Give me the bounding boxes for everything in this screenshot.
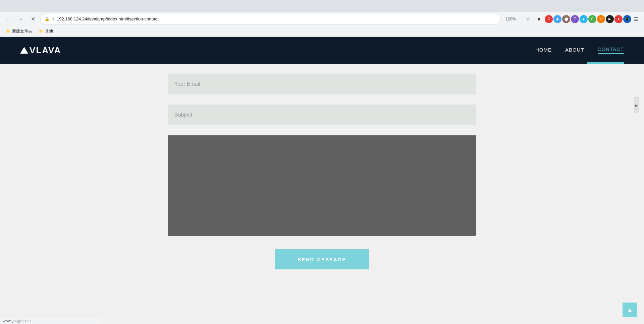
sidebar-handle[interactable]: ▶ [634,97,639,113]
security-icon: 🔒 [45,17,50,21]
scroll-top-icon: ▲ [627,306,633,314]
bookmarks-bar: 📁 新建文件夹 📁 其他 [0,26,644,37]
email-field[interactable] [168,74,476,94]
back-button[interactable]: ← [4,14,13,24]
ext-icon-11[interactable]: ☰ [632,15,640,23]
logo-triangle-icon [20,47,28,54]
bookmark-new-folder[interactable]: 📁 新建文件夹 [4,28,34,35]
status-text: www.google.com [3,319,31,323]
ext-icon-6[interactable]: G [588,15,596,23]
ext-icon-8[interactable]: ▶ [606,15,614,23]
url-display: 192.168.124.24/lavalamp/index.html#secti… [57,16,159,21]
website-content: VLAVA HOME ABOUT CONTACT SEND MESSAGE [0,37,644,324]
contact-active-underline [587,62,624,64]
browser-toolbar: ← → ✕ 🔒 ℹ 192.168.124.24/lavalamp/index.… [0,12,644,26]
ext-icon-10[interactable]: 📱 [623,15,631,23]
subject-field[interactable] [168,105,476,125]
nav-about[interactable]: ABOUT [565,47,584,54]
extension-icons: C ◆ ⬤ 7 ◈ G ⊕ ▶ ● 📱 ☰ [545,15,640,23]
nav-home[interactable]: HOME [535,47,552,54]
bookmark-new-folder-label: 新建文件夹 [12,28,32,34]
form-container: SEND MESSAGE [168,74,476,269]
scroll-top-button[interactable]: ▲ [623,303,637,317]
form-section: SEND MESSAGE [0,64,644,324]
ext-icon-9[interactable]: ● [614,15,623,23]
navbar: VLAVA HOME ABOUT CONTACT [0,37,644,64]
bookmark-other-label: 其他 [45,28,53,34]
info-icon: ℹ [52,17,54,21]
ext-icon-4[interactable]: 7 [571,15,579,23]
address-bar[interactable]: 🔒 ℹ 192.168.124.24/lavalamp/index.html#s… [40,14,501,24]
message-field[interactable] [168,135,476,236]
zoom-level: 120% [503,16,518,22]
forward-button[interactable]: → [16,14,25,24]
ext-icon-1[interactable]: C [545,15,553,23]
sidebar-handle-icon: ▶ [635,104,638,107]
ext-icon-7[interactable]: ⊕ [597,15,605,23]
send-message-button[interactable]: SEND MESSAGE [275,249,369,269]
toolbar-right: ☆ ◾ C ◆ ⬤ 7 ◈ G ⊕ ▶ ● 📱 ☰ [523,14,640,24]
browser-tab-bar [0,0,644,12]
extensions-button[interactable]: ◾ [534,14,543,24]
bookmark-other[interactable]: 📁 其他 [37,28,55,35]
bookmark-star-button[interactable]: ☆ [523,14,533,24]
folder-icon: 📁 [6,29,11,34]
status-bar: www.google.com [0,317,101,324]
nav-links: HOME ABOUT CONTACT [535,46,624,54]
logo[interactable]: VLAVA [20,45,61,56]
folder-icon-2: 📁 [39,29,44,34]
ext-icon-2[interactable]: ◆ [553,15,561,23]
reload-button[interactable]: ✕ [28,14,38,24]
logo-text: VLAVA [30,45,61,56]
ext-icon-5[interactable]: ◈ [580,15,588,23]
nav-contact[interactable]: CONTACT [598,46,624,54]
ext-icon-3[interactable]: ⬤ [562,15,570,23]
